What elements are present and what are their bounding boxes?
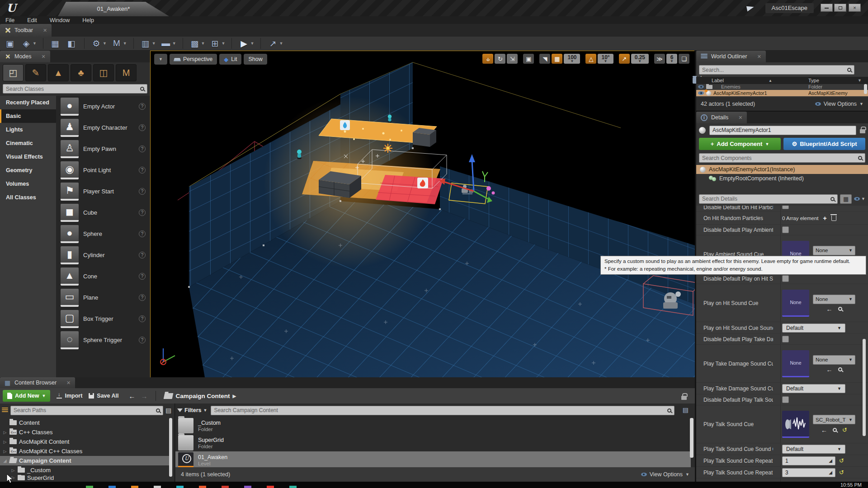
- launch-button[interactable]: ↗▼: [267, 38, 283, 49]
- label-column-header[interactable]: Label: [696, 78, 724, 83]
- viewport[interactable]: ▼ Perspective ◆Lit Show ↔↕↻⇲▣◥▦100▼△10°▼…: [150, 51, 694, 377]
- help-icon[interactable]: ?: [139, 273, 146, 280]
- cinematics-button[interactable]: ▬▼: [160, 38, 176, 48]
- os-taskbar[interactable]: [0, 482, 868, 488]
- placeable-player-start[interactable]: ⚑ Player Start ?: [56, 181, 150, 202]
- placeable-empty-character[interactable]: ♟ Empty Character ?: [56, 117, 150, 138]
- level-tab[interactable]: 01_Awaken*: [58, 2, 169, 16]
- assets-scrollbar[interactable]: [690, 418, 693, 458]
- help-icon[interactable]: ?: [139, 294, 146, 301]
- asset-dropdown[interactable]: None▼: [813, 246, 855, 255]
- taskbar-app-icon[interactable]: [267, 486, 274, 488]
- placeable-cone[interactable]: ▲ Cone ?: [56, 266, 150, 287]
- checkbox[interactable]: [782, 336, 789, 343]
- placeable-cylinder[interactable]: ▮ Cylinder ?: [56, 244, 150, 266]
- play-button[interactable]: ▶▼: [238, 38, 254, 49]
- menu-item-window[interactable]: Window: [50, 17, 70, 23]
- close-tab-icon[interactable]: ✕: [757, 54, 761, 60]
- platforms-button[interactable]: ▥▼: [140, 38, 156, 49]
- menu-item-edit[interactable]: Edit: [27, 17, 37, 23]
- search-details-input[interactable]: Search Details: [699, 194, 838, 204]
- modes-tab[interactable]: Modes ✕: [0, 51, 50, 62]
- details-view-options[interactable]: ▼: [854, 197, 865, 201]
- placeable-sphere-trigger[interactable]: ◌ Sphere Trigger ?: [56, 329, 150, 351]
- help-icon[interactable]: ?: [139, 230, 146, 237]
- list-icon[interactable]: ▤: [165, 407, 172, 413]
- visibility-eye-icon[interactable]: [698, 85, 704, 89]
- asset-supergrid[interactable]: SuperGridFolder: [175, 434, 691, 451]
- details-scrollbar[interactable]: [863, 339, 866, 436]
- asset-thumbnail[interactable]: [782, 411, 809, 438]
- tree-c-classes[interactable]: ▷ C++ C++ Classes: [0, 427, 172, 437]
- close-tab-icon[interactable]: ✕: [66, 380, 71, 386]
- taskbar-app-icon[interactable]: [131, 486, 138, 488]
- mode-foliage-button[interactable]: ♣: [71, 64, 91, 81]
- search-components-input[interactable]: Search Components: [699, 153, 865, 163]
- mode-media-button[interactable]: M: [116, 64, 137, 81]
- minimize-button[interactable]: [821, 4, 833, 12]
- browse-icon[interactable]: [838, 307, 842, 311]
- delete-elements-icon[interactable]: [831, 216, 836, 221]
- outliner-scrollbar[interactable]: [864, 84, 867, 94]
- snap-value[interactable]: 0.25▼: [631, 54, 649, 64]
- checkbox[interactable]: [782, 275, 789, 282]
- world-outliner-tab[interactable]: World Outliner ✕: [696, 51, 766, 62]
- sources-scrollbar[interactable]: [169, 418, 172, 477]
- scale-button[interactable]: ⇲: [507, 54, 518, 64]
- number-input[interactable]: 3◢: [782, 468, 835, 477]
- placeable-cube[interactable]: ◼ Cube ?: [56, 202, 150, 223]
- mode-geometry-button[interactable]: ◫: [93, 64, 114, 81]
- menu-item-file[interactable]: File: [5, 17, 14, 23]
- tree-content[interactable]: Content: [0, 418, 172, 427]
- lock-icon[interactable]: [681, 396, 687, 400]
- details-tab[interactable]: i Details ✕: [696, 112, 747, 123]
- coord-cube-button[interactable]: ▣: [523, 54, 534, 64]
- mode-paint-button[interactable]: ✎: [25, 64, 46, 81]
- close-tab-icon[interactable]: ✕: [43, 28, 47, 33]
- property-matrix-icon[interactable]: ▦: [840, 194, 852, 204]
- help-icon[interactable]: ?: [139, 103, 146, 110]
- close-tab-icon[interactable]: ✕: [42, 54, 46, 60]
- use-selected-icon[interactable]: ←: [821, 427, 827, 433]
- toolbar-tab[interactable]: Toolbar ✕: [0, 24, 52, 37]
- category-recently-placed[interactable]: Recently Placed: [0, 96, 56, 109]
- mode-place-button[interactable]: ◰: [3, 64, 24, 81]
- search-assets-input[interactable]: Search Campaign Content: [211, 406, 675, 415]
- tree-ascmapkit-c-classes[interactable]: ▷ C++ AscMapKit C++ Classes: [0, 446, 172, 456]
- expander-icon[interactable]: ◢: [3, 459, 7, 463]
- taskbar-app-icon[interactable]: [199, 486, 206, 488]
- placeable-plane[interactable]: ▭ Plane ?: [56, 287, 150, 308]
- perspective-button[interactable]: Perspective: [170, 54, 217, 65]
- help-icon[interactable]: ?: [139, 337, 146, 343]
- asset-dropdown[interactable]: None▼: [813, 295, 855, 304]
- add-component-button[interactable]: +Add Component▼: [699, 138, 781, 150]
- search-paths-input[interactable]: Search Paths: [10, 406, 163, 415]
- show-button[interactable]: Show: [244, 54, 267, 65]
- lock-icon[interactable]: [860, 129, 865, 133]
- collapse-sources-icon[interactable]: [2, 408, 8, 413]
- taskbar-app-icon[interactable]: [86, 486, 93, 488]
- outliner-actor-row[interactable]: AscMapKitEnemyActor1 AscMapKitEnemy: [696, 90, 868, 96]
- use-selected-icon[interactable]: ←: [826, 367, 833, 372]
- reset-icon[interactable]: ↺: [839, 469, 844, 476]
- category-all-classes[interactable]: All Classes: [0, 191, 56, 204]
- surface-snap-button[interactable]: ◥: [539, 54, 550, 64]
- checkbox[interactable]: [782, 226, 789, 233]
- taskbar-app-icon[interactable]: [154, 486, 161, 488]
- taskbar-app-icon[interactable]: [176, 486, 184, 488]
- blueprint-add-script-button[interactable]: ⚙Blueprint/Add Script: [783, 138, 865, 150]
- snap-value[interactable]: 100▼: [564, 54, 580, 64]
- tree--custom[interactable]: ▷ _Custom: [0, 465, 172, 475]
- breadcrumb[interactable]: Campaign Content ▶: [164, 393, 236, 399]
- placeable-empty-actor[interactable]: ● Empty Actor ?: [56, 96, 150, 117]
- expander-icon[interactable]: ▷: [3, 449, 7, 454]
- component-row[interactable]: EmptyRootComponent (Inherited): [696, 174, 868, 183]
- use-selected-icon[interactable]: ←: [826, 306, 833, 312]
- asset-01-awaken[interactable]: 01_AwakenLevel: [175, 451, 691, 469]
- placeable-sphere[interactable]: ● Sphere ?: [56, 223, 150, 244]
- category-visual-effects[interactable]: Visual Effects: [0, 150, 56, 164]
- help-icon[interactable]: ?: [139, 252, 146, 258]
- expander-icon[interactable]: ▷: [3, 430, 7, 435]
- asset--custom[interactable]: _CustomFolder: [175, 417, 691, 434]
- add-new-button[interactable]: Add New▼: [3, 390, 50, 402]
